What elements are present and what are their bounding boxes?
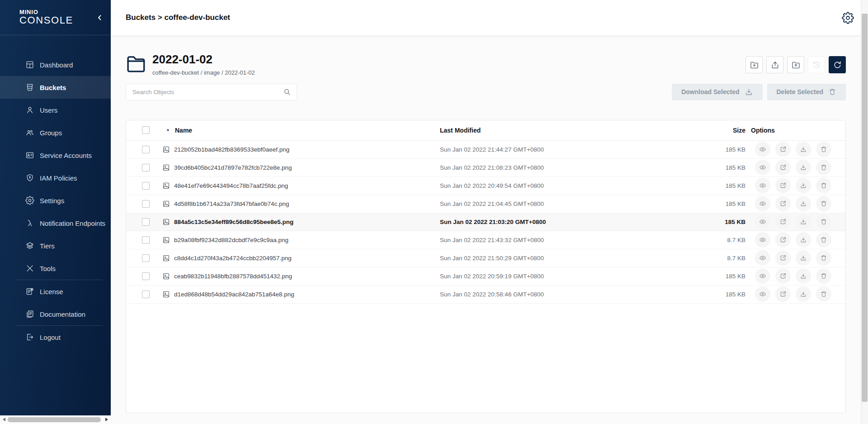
- row-checkbox[interactable]: [142, 200, 150, 208]
- trash-icon[interactable]: [816, 268, 831, 284]
- row-checkbox[interactable]: [142, 236, 150, 244]
- download-icon[interactable]: [796, 142, 811, 157]
- table-row[interactable]: 48e41ef7e69c443494cc78b7aaf25fdc.pngSun …: [126, 177, 845, 195]
- trash-icon[interactable]: [816, 160, 831, 175]
- scroll-right-arrow-icon[interactable]: [105, 418, 108, 421]
- eye-icon[interactable]: [755, 232, 770, 248]
- share-icon[interactable]: [775, 232, 791, 248]
- vertical-scrollbar-thumb[interactable]: [862, 14, 868, 402]
- page-header: 2022-01-02 coffee-dev-bucket / image / 2…: [126, 53, 846, 76]
- upload-folder-button[interactable]: [787, 56, 804, 73]
- image-file-icon: [162, 218, 170, 226]
- sidebar-item-tiers[interactable]: Tiers: [0, 234, 111, 257]
- row-checkbox[interactable]: [142, 218, 150, 226]
- sidebar-item-notification-endpoints[interactable]: Notification Endpoints: [0, 212, 111, 234]
- table-row[interactable]: d1ed868d48b54dd29ac842ab751a64e8.pngSun …: [126, 286, 845, 304]
- eye-icon[interactable]: [755, 178, 770, 193]
- new-path-button[interactable]: [745, 56, 763, 73]
- sidebar-item-license[interactable]: License: [0, 280, 111, 303]
- trash-icon[interactable]: [816, 142, 831, 157]
- download-selected-button[interactable]: Download Selected: [672, 84, 762, 100]
- download-icon[interactable]: [796, 178, 811, 193]
- sidebar-item-label: IAM Policies: [40, 174, 77, 182]
- sidebar-item-documentation[interactable]: Documentation: [0, 303, 111, 325]
- object-last-modified: Sun Jan 02 2022 21:08:23 GMT+0800: [440, 164, 707, 171]
- table-row[interactable]: ceab9832b11948bfb2887578dd451432.pngSun …: [126, 267, 845, 286]
- trash-icon[interactable]: [816, 178, 831, 193]
- column-header-options: Options: [745, 127, 845, 134]
- sidebar-item-service-accounts[interactable]: Service Accounts: [0, 144, 111, 167]
- download-icon[interactable]: [796, 232, 811, 248]
- object-size: 8.7 KB: [707, 237, 745, 243]
- row-checkbox[interactable]: [142, 291, 150, 298]
- row-options: [745, 232, 845, 248]
- share-icon[interactable]: [775, 142, 791, 157]
- download-icon[interactable]: [796, 286, 811, 302]
- sidebar-item-iam-policies[interactable]: IAM Policies: [0, 167, 111, 189]
- share-icon[interactable]: [775, 286, 791, 302]
- settings-gear-button[interactable]: [842, 12, 854, 24]
- share-icon[interactable]: [775, 178, 791, 193]
- sidebar-item-tools[interactable]: Tools: [0, 257, 111, 280]
- eye-icon[interactable]: [755, 142, 770, 157]
- trash-icon[interactable]: [816, 232, 831, 248]
- table-row[interactable]: 4d58f8b1b6714a23a73fd47bfae0b74c.pngSun …: [126, 195, 845, 213]
- horizontal-scrollbar-thumb[interactable]: [8, 417, 101, 422]
- eye-icon[interactable]: [755, 196, 770, 211]
- download-icon[interactable]: [796, 196, 811, 211]
- sidebar-item-dashboard[interactable]: Dashboard: [0, 53, 111, 76]
- object-size: 185 KB: [707, 219, 745, 225]
- upload-file-button[interactable]: [766, 56, 783, 73]
- sidebar-item-users[interactable]: Users: [0, 99, 111, 121]
- sidebar: MINIO CONSOLE DashboardBucketsUsersGroup…: [0, 0, 111, 424]
- sidebar-item-logout[interactable]: Logout: [0, 326, 111, 348]
- download-icon[interactable]: [796, 160, 811, 175]
- share-icon[interactable]: [775, 268, 791, 284]
- object-last-modified: Sun Jan 02 2022 21:50:29 GMT+0800: [440, 255, 707, 262]
- table-row[interactable]: b29a08fbf92342d882dcbdf7e9c9c9aa.pngSun …: [126, 231, 845, 249]
- table-row[interactable]: 39cd6b405bc241d7897e782fcb722e8e.pngSun …: [126, 159, 845, 177]
- image-file-icon: [162, 272, 170, 280]
- delete-selected-button[interactable]: Delete Selected: [767, 84, 846, 100]
- upload-icon: [770, 60, 780, 70]
- row-checkbox[interactable]: [142, 254, 150, 262]
- share-icon[interactable]: [775, 214, 791, 229]
- table-row[interactable]: 884a5c13c5e34eff89c56d8c95bee8e5.pngSun …: [126, 213, 845, 231]
- eye-icon[interactable]: [755, 250, 770, 266]
- bucket-icon: [25, 82, 35, 92]
- row-checkbox[interactable]: [142, 182, 150, 190]
- horizontal-scrollbar[interactable]: [0, 415, 111, 424]
- sidebar-collapse-button[interactable]: [94, 12, 105, 23]
- scroll-left-arrow-icon[interactable]: [3, 418, 5, 421]
- sidebar-item-label: Dashboard: [40, 61, 73, 69]
- vertical-scrollbar[interactable]: [861, 0, 868, 424]
- share-icon[interactable]: [775, 250, 791, 266]
- column-header-name[interactable]: Name: [162, 127, 440, 134]
- eye-icon[interactable]: [755, 160, 770, 175]
- sidebar-item-groups[interactable]: Groups: [0, 121, 111, 144]
- eye-icon[interactable]: [755, 268, 770, 284]
- eye-icon[interactable]: [755, 214, 770, 229]
- row-checkbox[interactable]: [142, 164, 150, 172]
- sidebar-item-buckets[interactable]: Buckets: [0, 76, 111, 99]
- table-row[interactable]: 212b052b1bad482fb8369533ebf0aeef.pngSun …: [126, 141, 845, 159]
- row-checkbox[interactable]: [142, 272, 150, 280]
- eye-icon[interactable]: [755, 286, 770, 302]
- trash-icon[interactable]: [816, 286, 831, 302]
- download-icon[interactable]: [796, 268, 811, 284]
- trash-icon[interactable]: [816, 196, 831, 211]
- download-icon[interactable]: [796, 214, 811, 229]
- row-options: [745, 250, 845, 266]
- sidebar-item-settings[interactable]: Settings: [0, 189, 111, 212]
- object-name: c8dd4c1d270f43a2b4724ccbb2204957.png: [174, 255, 292, 262]
- share-icon[interactable]: [775, 160, 791, 175]
- share-icon[interactable]: [775, 196, 791, 211]
- search-input[interactable]: [132, 89, 283, 95]
- select-all-checkbox[interactable]: [142, 126, 150, 134]
- download-icon[interactable]: [796, 250, 811, 266]
- row-checkbox[interactable]: [142, 146, 150, 153]
- trash-icon[interactable]: [816, 214, 831, 229]
- refresh-button[interactable]: [829, 56, 846, 73]
- table-row[interactable]: c8dd4c1d270f43a2b4724ccbb2204957.pngSun …: [126, 249, 845, 267]
- trash-icon[interactable]: [816, 250, 831, 266]
